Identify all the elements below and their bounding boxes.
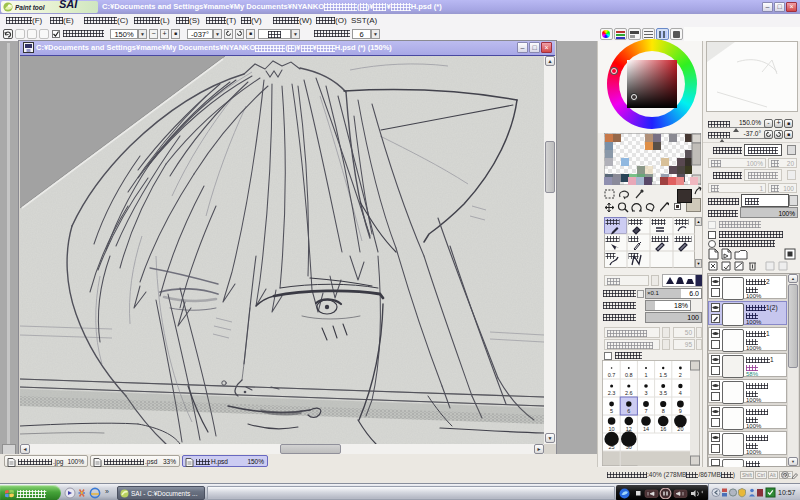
svg-text:3: 3	[644, 390, 647, 396]
svg-text:5: 5	[610, 408, 613, 414]
svg-text:1: 1	[644, 372, 647, 378]
svg-text:2.6: 2.6	[625, 390, 633, 396]
svg-text:10: 10	[609, 426, 615, 432]
svg-text:2: 2	[679, 372, 682, 378]
svg-text:2.3: 2.3	[608, 390, 616, 396]
svg-text:12: 12	[626, 426, 632, 432]
svg-text:»: »	[105, 488, 109, 495]
svg-text:30: 30	[626, 444, 632, 450]
svg-text:1.5: 1.5	[659, 372, 667, 378]
svg-text:20: 20	[677, 426, 683, 432]
svg-text:14: 14	[643, 426, 649, 432]
svg-text:25: 25	[609, 444, 615, 450]
svg-text:0.8: 0.8	[625, 372, 633, 378]
svg-text:7: 7	[644, 408, 647, 414]
svg-text:0.7: 0.7	[608, 372, 616, 378]
svg-text:16: 16	[660, 426, 666, 432]
svg-text:9: 9	[679, 408, 682, 414]
svg-text:6: 6	[627, 408, 630, 414]
svg-text:8: 8	[662, 408, 665, 414]
svg-text:3.5: 3.5	[659, 390, 667, 396]
svg-text:4: 4	[679, 390, 682, 396]
